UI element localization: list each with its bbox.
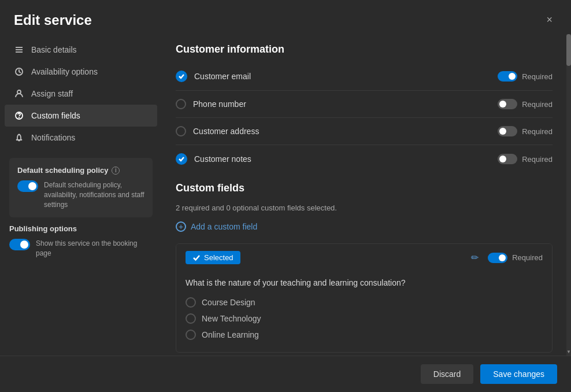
add-icon: +	[176, 221, 186, 232]
sidebar-item-basic-details[interactable]: Basic details	[5, 39, 157, 61]
sidebar-item-label: Notifications	[31, 133, 75, 142]
sidebar-item-label: Custom fields	[31, 111, 80, 120]
option-label-2: New Technology	[202, 314, 261, 323]
discard-button[interactable]: Discard	[421, 364, 473, 384]
customer-email-label: Customer email	[194, 72, 251, 81]
sidebar-item-notifications[interactable]: Notifications	[5, 127, 157, 149]
scroll-track: ▼	[566, 34, 571, 356]
badge-label: Selected	[204, 253, 233, 262]
scroll-thumb[interactable]	[566, 34, 571, 66]
modal-header: Edit service ×	[0, 0, 571, 34]
option-label-3: Online Learning	[202, 330, 259, 339]
required-label: Required	[522, 155, 553, 164]
phone-number-required-toggle[interactable]	[498, 99, 517, 109]
question-circle-icon	[14, 110, 24, 121]
phone-number-row: Phone number Required	[176, 93, 553, 115]
scheduling-policy-section: Default scheduling policy i Default sche…	[9, 158, 153, 217]
menu-icon	[14, 45, 24, 55]
customer-address-radio[interactable]	[176, 126, 186, 136]
customer-email-row: Customer email Required	[176, 65, 553, 88]
sidebar-item-label: Basic details	[31, 45, 77, 54]
customer-notes-check[interactable]	[176, 153, 187, 165]
customer-notes-left: Customer notes	[176, 153, 251, 165]
required-label: Required	[522, 100, 553, 109]
option-radio-3[interactable]	[186, 330, 196, 340]
add-custom-field-label: Add a custom field	[191, 222, 257, 231]
sidebar-item-custom-fields[interactable]: Custom fields	[5, 105, 157, 127]
close-button[interactable]: ×	[542, 12, 557, 28]
card-required-label: Required	[512, 253, 543, 262]
required-label: Required	[522, 127, 553, 136]
customer-info-title: Customer information	[176, 43, 553, 56]
custom-fields-subtitle: 2 required and 0 optional custom fields …	[176, 204, 553, 212]
option-radio-2[interactable]	[186, 313, 196, 324]
add-custom-field-button[interactable]: + Add a custom field	[176, 219, 257, 234]
sidebar-item-label: Availability options	[31, 67, 98, 76]
bell-icon	[14, 132, 24, 143]
sidebar: Basic details Availability options Assig…	[0, 34, 162, 356]
card-question: What is the nature of your teaching and …	[186, 278, 543, 287]
person-icon	[14, 88, 24, 99]
card-option-1: Course Design	[186, 294, 543, 310]
customer-address-label: Customer address	[193, 127, 259, 136]
card-header: Selected ✏ Required	[176, 244, 552, 271]
modal-footer: Discard Save changes	[0, 356, 571, 392]
card-option-2: New Technology	[186, 310, 543, 327]
card-required-row: Required	[488, 253, 543, 263]
phone-number-radio[interactable]	[176, 99, 186, 109]
customer-email-required: Required	[498, 71, 553, 82]
edit-service-modal: Edit service × Basic details Availabilit…	[0, 0, 571, 392]
policy-description: Default scheduling policy, availability,…	[44, 180, 144, 209]
custom-fields-section: Custom fields 2 required and 0 optional …	[176, 182, 553, 353]
custom-field-card: Selected ✏ Required What is the nature o…	[176, 243, 553, 353]
customer-notes-required-toggle[interactable]	[498, 154, 517, 164]
sidebar-item-availability-options[interactable]: Availability options	[5, 61, 157, 83]
customer-notes-label: Customer notes	[194, 154, 251, 164]
policy-title: Default scheduling policy i	[17, 166, 144, 175]
save-button[interactable]: Save changes	[480, 364, 557, 384]
publishing-toggle[interactable]	[9, 239, 30, 250]
divider	[176, 117, 553, 118]
customer-address-left: Customer address	[176, 126, 259, 136]
divider	[176, 145, 553, 145]
main-content: Customer information Customer email Requ…	[162, 34, 566, 356]
info-icon: i	[112, 167, 120, 175]
policy-toggle[interactable]	[17, 180, 38, 192]
sidebar-item-assign-staff[interactable]: Assign staff	[5, 83, 157, 105]
customer-email-required-toggle[interactable]	[498, 71, 517, 82]
card-header-right: ✏ Required	[471, 252, 543, 263]
publishing-title: Publishing options	[9, 224, 153, 233]
phone-number-left: Phone number	[176, 99, 246, 109]
card-option-3: Online Learning	[186, 327, 543, 343]
publishing-label: Show this service on the booking page	[36, 239, 153, 258]
card-body: What is the nature of your teaching and …	[176, 271, 552, 352]
card-required-toggle[interactable]	[488, 253, 507, 263]
customer-address-row: Customer address Required	[176, 120, 553, 142]
modal-body: Basic details Availability options Assig…	[0, 34, 571, 356]
customer-email-check[interactable]	[176, 71, 187, 82]
option-radio-1[interactable]	[186, 297, 196, 308]
policy-toggle-row: Default scheduling policy, availability,…	[17, 180, 144, 209]
phone-number-required: Required	[498, 99, 553, 109]
clock-icon	[14, 66, 24, 77]
publishing-options-section: Publishing options Show this service on …	[9, 224, 153, 258]
customer-address-required-toggle[interactable]	[498, 126, 517, 136]
phone-number-label: Phone number	[193, 99, 246, 109]
option-label-1: Course Design	[202, 298, 255, 307]
sidebar-item-label: Assign staff	[31, 89, 73, 98]
custom-fields-title: Custom fields	[176, 182, 553, 194]
modal-title: Edit service	[14, 12, 92, 28]
customer-email-left: Customer email	[176, 71, 251, 82]
customer-notes-row: Customer notes Required	[176, 147, 553, 171]
divider	[176, 90, 553, 91]
publishing-toggle-row: Show this service on the booking page	[9, 239, 153, 258]
scroll-down-arrow: ▼	[566, 349, 571, 354]
customer-notes-required: Required	[498, 154, 553, 164]
customer-address-required: Required	[498, 126, 553, 136]
selected-badge: Selected	[186, 251, 240, 264]
edit-icon[interactable]: ✏	[471, 252, 479, 263]
required-label: Required	[522, 72, 553, 81]
